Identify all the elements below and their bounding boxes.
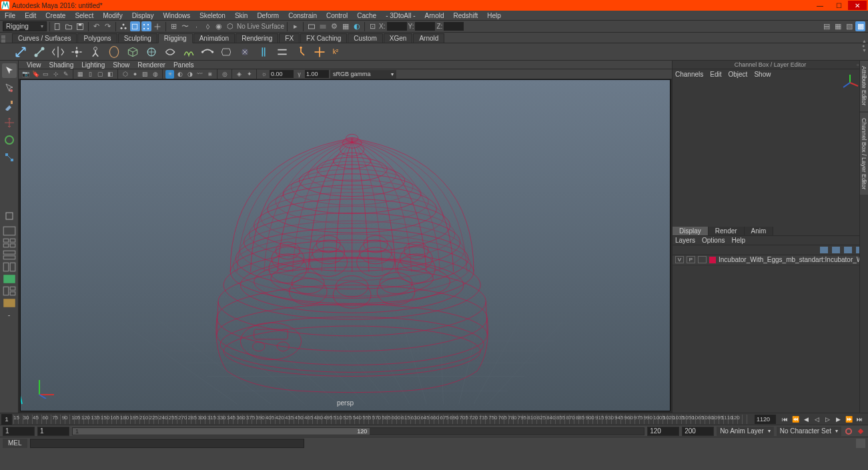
- vp-res-gate-icon[interactable]: ▢: [96, 70, 105, 79]
- script-editor-icon[interactable]: [856, 439, 865, 448]
- menu-redshift[interactable]: Redshift: [449, 12, 483, 19]
- mirror-joint-icon[interactable]: [51, 45, 65, 59]
- layout-four-icon[interactable]: [3, 238, 16, 247]
- panel-layout-icon-4[interactable]: ▩: [855, 21, 865, 31]
- vp-menu-lighting[interactable]: Lighting: [77, 61, 109, 69]
- menu-skin[interactable]: Skin: [230, 12, 252, 19]
- shelf-tab-fx[interactable]: FX: [279, 33, 300, 43]
- workspace-selector[interactable]: Rigging: [3, 21, 47, 31]
- ipr-render-icon[interactable]: [318, 21, 328, 31]
- constraint-parent-icon[interactable]: [294, 45, 308, 59]
- render-view-icon[interactable]: ▦: [340, 21, 350, 31]
- menu-arnold[interactable]: Arnold: [420, 12, 449, 19]
- lasso-tool-icon[interactable]: [2, 81, 17, 95]
- time-ruler[interactable]: 1 15304560759010512013515016518019521022…: [0, 413, 868, 425]
- vp-motion-blur-icon[interactable]: 〰: [195, 70, 204, 79]
- play-fwd-icon[interactable]: ▷: [823, 415, 832, 423]
- x-input[interactable]: [387, 22, 407, 31]
- paint-select-tool-icon[interactable]: [2, 98, 17, 113]
- vp-exposure-input[interactable]: [270, 70, 294, 78]
- panel-layout-icon-2[interactable]: ▦: [833, 21, 843, 31]
- snap-plane-icon[interactable]: ◊: [203, 21, 213, 31]
- wire-tool-icon[interactable]: [200, 45, 215, 59]
- maximize-button[interactable]: ☐: [829, 1, 848, 10]
- vp-menu-panels[interactable]: Panels: [169, 61, 198, 69]
- wrap-icon[interactable]: [219, 45, 234, 59]
- xyz-toggle-icon[interactable]: ⊡: [368, 21, 378, 31]
- vp-gamma-input[interactable]: [305, 70, 329, 78]
- vp-smooth-shade-icon[interactable]: ●: [131, 70, 139, 79]
- make-live-icon[interactable]: ⬡: [226, 21, 236, 31]
- snap-live-icon[interactable]: ◉: [214, 21, 224, 31]
- chbox-menu-show[interactable]: Show: [754, 71, 771, 78]
- layer-icon-3[interactable]: [844, 247, 852, 253]
- hik-icon[interactable]: k²: [331, 45, 346, 59]
- snap-grid-icon[interactable]: ⊞: [169, 21, 179, 31]
- layer-tab-display[interactable]: Display: [673, 227, 709, 235]
- vp-film-gate-icon[interactable]: ▯: [86, 70, 95, 79]
- undock-icon[interactable]: ▫: [857, 62, 859, 68]
- auto-key-icon[interactable]: [844, 427, 853, 436]
- skin-bind-icon[interactable]: [107, 45, 121, 59]
- step-fwd-key-icon[interactable]: ⏩: [844, 415, 853, 423]
- layout-script-icon[interactable]: [3, 298, 16, 307]
- constraint-point-icon[interactable]: [312, 45, 327, 59]
- shelf-tab-animation[interactable]: Animation: [193, 33, 235, 43]
- go-to-start-icon[interactable]: ⏮: [780, 415, 789, 423]
- end-frame-box[interactable]: 1120: [755, 415, 776, 424]
- z-input[interactable]: [444, 22, 464, 31]
- vp-lights-icon[interactable]: ☀: [165, 70, 174, 79]
- shelf-tab-arnold[interactable]: Arnold: [413, 33, 444, 43]
- vp-gamma-selector[interactable]: sRGB gamma: [330, 70, 396, 79]
- layer-row[interactable]: V P Incubator_With_Eggs_mb_standart:Incu…: [673, 255, 868, 265]
- vp-menu-shading[interactable]: Shading: [45, 61, 78, 69]
- shelf-tab-custom[interactable]: Custom: [348, 33, 382, 43]
- menu-edit[interactable]: Edit: [20, 12, 41, 19]
- shelf-options-icon[interactable]: [1, 35, 5, 43]
- vp-menu-renderer[interactable]: Renderer: [133, 61, 169, 69]
- joint-insert-icon[interactable]: [32, 45, 47, 59]
- menu-modify[interactable]: Modify: [98, 12, 127, 19]
- menu-cache[interactable]: Cache: [352, 12, 381, 19]
- menu-file[interactable]: File: [0, 12, 20, 19]
- vp-menu-show[interactable]: Show: [109, 61, 133, 69]
- viewport-3d[interactable]: persp: [20, 79, 671, 411]
- anim-start-input[interactable]: [3, 427, 35, 436]
- panel-layout-icon-1[interactable]: ▤: [821, 21, 831, 31]
- shelf-tab-rigging[interactable]: Rigging: [158, 33, 193, 43]
- ruler-track[interactable]: 1530456075901051201351501651801952102252…: [13, 415, 748, 424]
- view-compass-icon[interactable]: [840, 73, 860, 93]
- step-back-frame-icon[interactable]: ◀: [801, 415, 811, 423]
- history-toggle-icon[interactable]: ▸: [290, 21, 300, 31]
- menu-windows[interactable]: Windows: [158, 12, 195, 19]
- select-by-hierarchy-icon[interactable]: [119, 21, 129, 31]
- menu--dtoall-[interactable]: - 3DtoAll -: [381, 12, 420, 19]
- layer-menu-layers[interactable]: Layers: [675, 237, 695, 244]
- vp-aa-icon[interactable]: ⋇: [205, 70, 214, 79]
- step-back-key-icon[interactable]: ⏪: [791, 415, 800, 423]
- vp-gamma-icon[interactable]: γ: [295, 70, 304, 79]
- play-end-input[interactable]: [647, 427, 679, 436]
- orient-joint-icon[interactable]: [69, 45, 84, 59]
- go-to-end-icon[interactable]: ⏭: [855, 415, 864, 423]
- vp-menu-view[interactable]: View: [23, 61, 45, 69]
- layout-two-v-icon[interactable]: [3, 262, 16, 271]
- move-tool-icon[interactable]: [2, 115, 17, 130]
- snap-curve-icon[interactable]: 〜: [180, 21, 190, 31]
- select-by-component-icon[interactable]: [141, 21, 151, 31]
- scale-tool-icon[interactable]: [2, 150, 17, 165]
- vertical-tab-attribute-editor[interactable]: Attribute Editor: [860, 61, 868, 111]
- vp-grease-icon[interactable]: ✎: [61, 70, 70, 79]
- shelf-tab-xgen[interactable]: XGen: [384, 33, 413, 43]
- vp-xray-joints-icon[interactable]: ✦: [245, 70, 254, 79]
- layer-tab-render[interactable]: Render: [709, 227, 745, 235]
- shelf-tab-curves-surfaces[interactable]: Curves / Surfaces: [12, 33, 77, 43]
- menu-help[interactable]: Help: [482, 12, 506, 19]
- menu-constrain[interactable]: Constrain: [284, 12, 322, 19]
- vp-exposure-icon[interactable]: ☼: [260, 70, 268, 79]
- shelf-tab-fx-caching[interactable]: FX Caching: [300, 33, 347, 43]
- select-by-object-icon[interactable]: [130, 21, 140, 31]
- panel-layout-icon-3[interactable]: ▧: [844, 21, 854, 31]
- vp-select-camera-icon[interactable]: 📷: [21, 70, 30, 79]
- vp-wire-shaded-icon[interactable]: ◍: [151, 70, 159, 79]
